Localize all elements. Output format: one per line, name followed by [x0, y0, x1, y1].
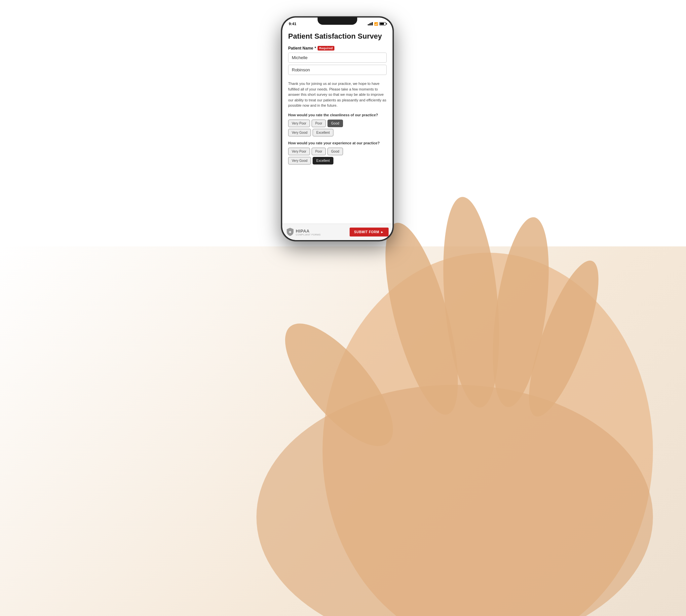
submit-form-button[interactable]: SUBMIT FORM ►: [350, 227, 389, 237]
submit-arrow-icon: ►: [381, 230, 384, 234]
q1-excellent-btn[interactable]: Excellent: [313, 129, 334, 136]
submit-label: SUBMIT FORM: [354, 230, 379, 234]
question-1-label: How would you rate the cleanliness of ou…: [288, 113, 387, 117]
question-1-group: How would you rate the cleanliness of ou…: [288, 113, 387, 136]
q2-very-good-btn[interactable]: Very Good: [288, 157, 311, 164]
battery-icon: [379, 22, 386, 25]
hipaa-shield-icon: ✚: [286, 227, 294, 237]
status-time: 9:41: [289, 22, 296, 26]
question-1-buttons-row2: Very Good Excellent: [288, 129, 387, 136]
question-2-buttons: Very Poor Poor Good: [288, 148, 387, 155]
patient-name-label: Patient Name: [288, 46, 313, 50]
q2-very-poor-btn[interactable]: Very Poor: [288, 148, 310, 155]
form-footer: ✚ HIPAA COMPLIANT FORMS SUBMIT FORM ►: [282, 224, 392, 240]
form-content[interactable]: Patient Satisfaction Survey Patient Name…: [282, 28, 392, 224]
signal-bar-3: [370, 23, 371, 25]
question-1-buttons: Very Poor Poor Good: [288, 119, 387, 127]
battery-fill: [380, 23, 384, 25]
hipaa-logo: ✚ HIPAA COMPLIANT FORMS: [286, 227, 321, 237]
background-gradient: [0, 246, 686, 616]
phone-device: 9:41 📶: [281, 17, 393, 241]
hipaa-name: HIPAA: [296, 228, 321, 234]
signal-bar-4: [372, 22, 373, 25]
phone-notch: [318, 18, 357, 25]
survey-description: Thank you for joining us at our practice…: [288, 81, 387, 108]
wifi-icon: 📶: [374, 22, 378, 26]
q1-poor-btn[interactable]: Poor: [312, 119, 326, 127]
phone-screen: 9:41 📶: [282, 18, 392, 240]
first-name-input[interactable]: [288, 52, 387, 63]
phone-inner: 9:41 📶: [282, 18, 392, 240]
q1-good-btn[interactable]: Good: [327, 119, 343, 127]
required-asterisk: *: [315, 46, 316, 50]
status-icons: 📶: [368, 22, 386, 26]
signal-bars-icon: [368, 22, 373, 25]
q2-good-btn[interactable]: Good: [327, 148, 343, 155]
hipaa-text-group: HIPAA COMPLIANT FORMS: [296, 228, 321, 236]
question-2-group: How would you rate your experience at ou…: [288, 141, 387, 164]
patient-name-label-group: Patient Name * Required: [288, 46, 387, 50]
phone-body: 9:41 📶: [281, 17, 393, 241]
survey-title: Patient Satisfaction Survey: [288, 32, 387, 41]
q1-very-poor-btn[interactable]: Very Poor: [288, 119, 310, 127]
svg-text:✚: ✚: [289, 230, 292, 234]
question-2-label: How would you rate your experience at ou…: [288, 141, 387, 145]
q2-poor-btn[interactable]: Poor: [312, 148, 326, 155]
q1-very-good-btn[interactable]: Very Good: [288, 129, 311, 136]
signal-bar-1: [368, 24, 369, 25]
scene: 9:41 📶: [0, 0, 686, 616]
hipaa-sub: COMPLIANT FORMS: [296, 234, 321, 236]
question-2-buttons-row2: Very Good Excellent: [288, 157, 387, 164]
required-badge: Required: [318, 46, 335, 50]
signal-bar-2: [369, 23, 370, 25]
last-name-input[interactable]: [288, 65, 387, 75]
q2-excellent-btn[interactable]: Excellent: [313, 157, 334, 164]
